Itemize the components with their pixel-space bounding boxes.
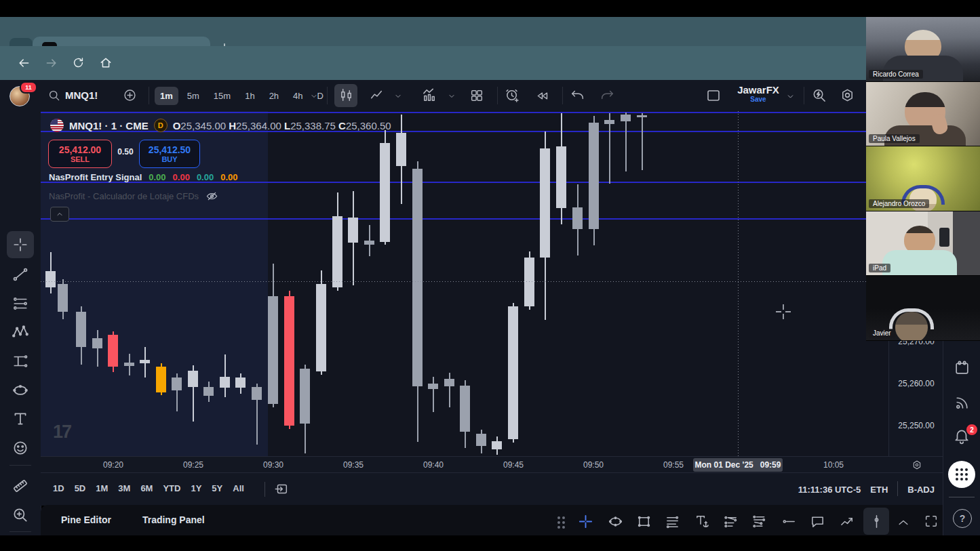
eye-off-icon[interactable] — [205, 190, 218, 203]
redo-button[interactable] — [600, 88, 614, 103]
video-tile-0[interactable]: Ricardo Correa — [866, 17, 980, 82]
fullscreen-button[interactable] — [924, 514, 939, 529]
symbol-search-button[interactable] — [47, 89, 60, 102]
clock[interactable]: 11:11:36 UTC-5 — [798, 485, 861, 495]
chart-plot-area[interactable]: 17 MNQ1! · 1 · CME D O25,345.00 H25,364.… — [41, 111, 888, 456]
anchored-text-button[interactable] — [694, 514, 710, 529]
undo-button[interactable] — [570, 88, 585, 103]
measure-tool-button[interactable] — [12, 477, 29, 495]
range-5D[interactable]: 5D — [75, 483, 86, 493]
adjustment-mode[interactable]: B-ADJ — [907, 485, 935, 495]
range-6M[interactable]: 6M — [140, 483, 153, 493]
timeframe-dropdown-button[interactable] — [310, 92, 318, 100]
timeframe-5m[interactable]: 5m — [182, 87, 205, 105]
close-value: 25,360.50 — [346, 120, 391, 131]
parallel-lines-button[interactable] — [665, 514, 680, 529]
axis-settings-button[interactable] — [912, 460, 922, 470]
timeframe-1m[interactable]: 1m — [155, 87, 178, 105]
apps-launcher-button[interactable] — [948, 461, 975, 488]
range-5Y[interactable]: 5Y — [212, 483, 222, 493]
compare-add-button[interactable] — [123, 88, 137, 102]
create-alert-button[interactable] — [505, 87, 520, 103]
indicator-row-entry-signal[interactable]: NasProfit Entry Signal 0.000.000.000.00 — [49, 172, 238, 182]
home-button[interactable] — [99, 56, 113, 70]
timeframe-4h[interactable]: 4h — [288, 87, 308, 105]
range-3M[interactable]: 3M — [118, 483, 130, 493]
price-slider-button[interactable] — [869, 514, 884, 529]
floating-draw-toolbar — [549, 507, 956, 535]
rectangle-draw-button[interactable] — [636, 514, 652, 529]
tradingview-watermark: 17 — [53, 422, 71, 443]
time-axis[interactable]: 09:2009:2509:3009:3509:4009:4509:5009:55… — [41, 456, 943, 473]
sell-button[interactable]: 25,412.00 SELL — [48, 140, 112, 168]
ellipse-draw-button[interactable] — [608, 514, 623, 529]
timeframe-2h[interactable]: 2h — [264, 87, 284, 105]
bar-replay-button[interactable] — [535, 89, 549, 103]
buy-button[interactable]: 25,412.50 BUY — [139, 140, 200, 168]
long-list-tool-button[interactable] — [723, 514, 739, 529]
range-1Y[interactable]: 1Y — [191, 483, 201, 493]
go-to-date-button[interactable] — [274, 481, 289, 496]
quick-search-button[interactable] — [811, 87, 827, 103]
drawing-toolbar — [0, 111, 41, 535]
expand-panel-button[interactable] — [897, 516, 910, 529]
reload-button[interactable] — [72, 56, 85, 69]
calendar-button[interactable] — [954, 359, 971, 376]
video-tile-3[interactable]: iPad — [866, 211, 980, 277]
single-layout-icon — [705, 87, 722, 104]
drag-handle-icon[interactable] — [557, 516, 560, 519]
crosshair-tool-button[interactable] — [12, 236, 29, 253]
line-tools-dropdown[interactable] — [394, 92, 402, 100]
range-YTD[interactable]: YTD — [163, 483, 180, 493]
video-tile-1[interactable]: Paula Vallejos — [866, 82, 980, 147]
video-tile-4[interactable]: Javier — [866, 276, 980, 341]
crosshair-mode-button[interactable] — [578, 514, 593, 529]
low-value: 25,338.75 — [290, 120, 336, 131]
range-1D[interactable]: 1D — [53, 483, 64, 493]
collapse-indicators-button[interactable] — [50, 207, 69, 222]
short-list-tool-button[interactable] — [751, 514, 767, 529]
indicators-dropdown[interactable] — [448, 92, 456, 100]
chart-symbol-title[interactable]: MNQ1! · 1 · CME — [69, 120, 149, 131]
timeframe-15m[interactable]: 15m — [208, 87, 236, 105]
forward-button[interactable] — [45, 56, 58, 70]
trend-line-tool-button[interactable] — [12, 266, 29, 283]
emoji-tool-button[interactable] — [12, 439, 29, 457]
pine-editor-tab[interactable]: Pine Editor — [61, 514, 111, 525]
settings-button[interactable] — [840, 87, 855, 103]
pattern-tool-button[interactable] — [12, 323, 29, 341]
layout-name-block[interactable]: JawarFX Save — [731, 84, 785, 103]
forecast-tool-button[interactable] — [840, 514, 855, 529]
position-tool-button[interactable] — [12, 352, 29, 370]
divider — [264, 482, 265, 497]
indicators-button[interactable] — [422, 87, 437, 103]
layout-dropdown[interactable] — [786, 92, 795, 101]
trading-panel-tab[interactable]: Trading Panel — [142, 514, 205, 525]
save-button[interactable]: Save — [731, 96, 785, 103]
interval-badge[interactable]: D — [154, 119, 168, 132]
entry-signal-value: 0.00 — [197, 172, 214, 182]
layout-grid-button[interactable] — [469, 88, 484, 103]
comment-tool-button[interactable] — [810, 514, 825, 529]
ellipse-tool-button[interactable] — [12, 382, 29, 399]
session-type[interactable]: ETH — [870, 485, 888, 495]
symbol-name[interactable]: MNQ1! — [65, 89, 98, 101]
range-All[interactable]: All — [233, 483, 244, 493]
range-1M[interactable]: 1M — [96, 483, 108, 493]
zoom-in-tool-button[interactable] — [12, 506, 29, 524]
top-letterbox — [0, 0, 980, 17]
chart-type-candles-button[interactable] — [338, 87, 354, 103]
help-button[interactable]: ? — [953, 509, 972, 528]
line-tools-button[interactable] — [369, 88, 384, 103]
back-button[interactable] — [17, 56, 31, 70]
streams-button[interactable] — [954, 394, 971, 411]
horizontal-ray-button[interactable] — [781, 514, 797, 529]
video-tile-2[interactable]: Alejandro Orozco — [866, 146, 980, 211]
fib-lines-tool-button[interactable] — [12, 295, 29, 312]
candle-body — [476, 434, 486, 446]
indicator-row-lot-calculator[interactable]: NasProfit - Calculador de Lotaje CFDs — [49, 190, 218, 203]
layout-select-button[interactable] — [705, 87, 722, 104]
text-tool-button[interactable] — [12, 410, 29, 428]
timeframe-1h[interactable]: 1h — [239, 87, 260, 105]
ellipse-icon — [12, 382, 29, 399]
